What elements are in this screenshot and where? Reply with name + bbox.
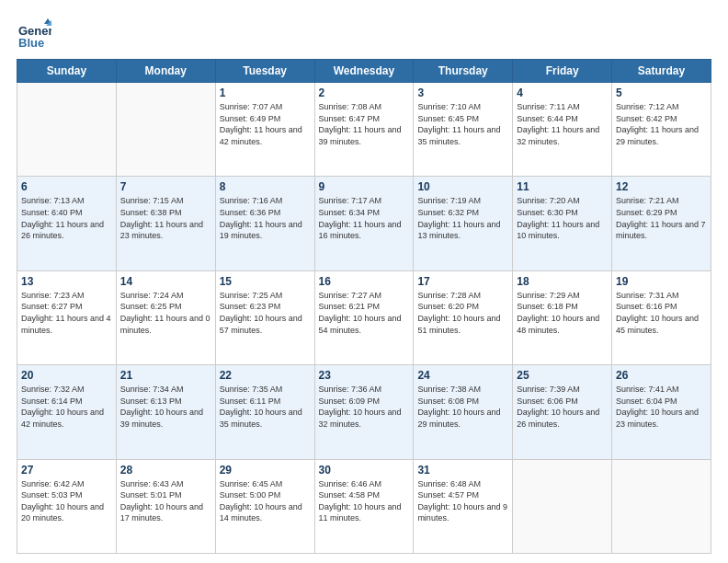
day-detail: Sunrise: 6:46 AM Sunset: 4:58 PM Dayligh… — [319, 478, 410, 524]
day-detail: Sunrise: 7:16 AM Sunset: 6:36 PM Dayligh… — [220, 195, 311, 241]
day-cell: 28Sunrise: 6:43 AM Sunset: 5:01 PM Dayli… — [116, 459, 215, 553]
calendar-page: General Blue SundayMondayTuesdayWednesda… — [0, 0, 728, 563]
day-detail: Sunrise: 7:32 AM Sunset: 6:14 PM Dayligh… — [21, 384, 112, 430]
day-detail: Sunrise: 7:15 AM Sunset: 6:38 PM Dayligh… — [120, 195, 211, 241]
day-detail: Sunrise: 6:45 AM Sunset: 5:00 PM Dayligh… — [220, 478, 311, 524]
day-number: 6 — [21, 180, 112, 193]
day-number: 24 — [417, 369, 508, 382]
day-cell: 15Sunrise: 7:25 AM Sunset: 6:23 PM Dayli… — [215, 270, 314, 364]
week-row-4: 20Sunrise: 7:32 AM Sunset: 6:14 PM Dayli… — [17, 365, 711, 459]
day-detail: Sunrise: 7:12 AM Sunset: 6:42 PM Dayligh… — [616, 101, 707, 147]
week-row-2: 6Sunrise: 7:13 AM Sunset: 6:40 PM Daylig… — [17, 177, 711, 270]
day-cell — [612, 459, 711, 553]
day-cell: 11Sunrise: 7:20 AM Sunset: 6:30 PM Dayli… — [513, 177, 612, 270]
day-cell: 16Sunrise: 7:27 AM Sunset: 6:21 PM Dayli… — [314, 270, 414, 364]
day-detail: Sunrise: 7:34 AM Sunset: 6:13 PM Dayligh… — [120, 384, 211, 430]
day-detail: Sunrise: 7:36 AM Sunset: 6:09 PM Dayligh… — [319, 384, 410, 430]
day-detail: Sunrise: 6:42 AM Sunset: 5:03 PM Dayligh… — [21, 478, 112, 524]
day-number: 23 — [319, 369, 410, 382]
day-cell: 5Sunrise: 7:12 AM Sunset: 6:42 PM Daylig… — [612, 83, 711, 177]
day-cell: 13Sunrise: 7:23 AM Sunset: 6:27 PM Dayli… — [17, 270, 117, 364]
day-detail: Sunrise: 7:20 AM Sunset: 6:30 PM Dayligh… — [517, 195, 608, 241]
day-cell: 2Sunrise: 7:08 AM Sunset: 6:47 PM Daylig… — [314, 83, 414, 177]
weekday-header-monday: Monday — [116, 60, 215, 83]
day-number: 10 — [417, 180, 508, 193]
day-cell: 29Sunrise: 6:45 AM Sunset: 5:00 PM Dayli… — [215, 459, 314, 553]
weekday-header-sunday: Sunday — [17, 60, 117, 83]
day-number: 1 — [220, 86, 311, 99]
day-number: 15 — [220, 275, 311, 288]
day-cell: 25Sunrise: 7:39 AM Sunset: 6:06 PM Dayli… — [513, 365, 612, 459]
day-detail: Sunrise: 7:31 AM Sunset: 6:16 PM Dayligh… — [616, 290, 707, 336]
day-cell: 27Sunrise: 6:42 AM Sunset: 5:03 PM Dayli… — [17, 459, 117, 553]
day-number: 3 — [417, 86, 508, 99]
day-detail: Sunrise: 7:38 AM Sunset: 6:08 PM Dayligh… — [417, 384, 508, 430]
day-detail: Sunrise: 7:23 AM Sunset: 6:27 PM Dayligh… — [21, 290, 112, 336]
day-detail: Sunrise: 7:10 AM Sunset: 6:45 PM Dayligh… — [417, 101, 508, 147]
day-detail: Sunrise: 6:43 AM Sunset: 5:01 PM Dayligh… — [120, 478, 211, 524]
day-number: 11 — [517, 180, 608, 193]
day-number: 27 — [21, 464, 112, 477]
day-cell: 14Sunrise: 7:24 AM Sunset: 6:25 PM Dayli… — [116, 270, 215, 364]
day-cell: 24Sunrise: 7:38 AM Sunset: 6:08 PM Dayli… — [414, 365, 513, 459]
calendar-table: SundayMondayTuesdayWednesdayThursdayFrid… — [17, 59, 711, 554]
day-number: 26 — [616, 369, 707, 382]
week-row-1: 1Sunrise: 7:07 AM Sunset: 6:49 PM Daylig… — [17, 83, 711, 177]
day-detail: Sunrise: 7:11 AM Sunset: 6:44 PM Dayligh… — [517, 101, 608, 147]
weekday-header-friday: Friday — [513, 60, 612, 83]
day-number: 7 — [120, 180, 211, 193]
day-detail: Sunrise: 7:27 AM Sunset: 6:21 PM Dayligh… — [319, 290, 410, 336]
day-detail: Sunrise: 7:39 AM Sunset: 6:06 PM Dayligh… — [517, 384, 608, 430]
day-number: 17 — [417, 275, 508, 288]
day-cell: 12Sunrise: 7:21 AM Sunset: 6:29 PM Dayli… — [612, 177, 711, 270]
day-detail: Sunrise: 7:17 AM Sunset: 6:34 PM Dayligh… — [319, 195, 410, 241]
day-cell: 9Sunrise: 7:17 AM Sunset: 6:34 PM Daylig… — [314, 177, 414, 270]
day-detail: Sunrise: 7:35 AM Sunset: 6:11 PM Dayligh… — [220, 384, 311, 430]
header: General Blue — [17, 17, 711, 52]
day-detail: Sunrise: 6:48 AM Sunset: 4:57 PM Dayligh… — [417, 478, 508, 524]
day-number: 22 — [220, 369, 311, 382]
day-detail: Sunrise: 7:08 AM Sunset: 6:47 PM Dayligh… — [319, 101, 410, 147]
day-cell: 7Sunrise: 7:15 AM Sunset: 6:38 PM Daylig… — [116, 177, 215, 270]
day-number: 5 — [616, 86, 707, 99]
day-detail: Sunrise: 7:25 AM Sunset: 6:23 PM Dayligh… — [220, 290, 311, 336]
day-number: 14 — [120, 275, 211, 288]
day-cell: 17Sunrise: 7:28 AM Sunset: 6:20 PM Dayli… — [414, 270, 513, 364]
day-number: 16 — [319, 275, 410, 288]
day-cell: 1Sunrise: 7:07 AM Sunset: 6:49 PM Daylig… — [215, 83, 314, 177]
day-number: 30 — [319, 464, 410, 477]
day-cell: 3Sunrise: 7:10 AM Sunset: 6:45 PM Daylig… — [414, 83, 513, 177]
day-detail: Sunrise: 7:28 AM Sunset: 6:20 PM Dayligh… — [417, 290, 508, 336]
weekday-header-thursday: Thursday — [414, 60, 513, 83]
day-cell — [17, 83, 117, 177]
day-cell: 18Sunrise: 7:29 AM Sunset: 6:18 PM Dayli… — [513, 270, 612, 364]
day-cell: 4Sunrise: 7:11 AM Sunset: 6:44 PM Daylig… — [513, 83, 612, 177]
day-cell: 8Sunrise: 7:16 AM Sunset: 6:36 PM Daylig… — [215, 177, 314, 270]
day-detail: Sunrise: 7:13 AM Sunset: 6:40 PM Dayligh… — [21, 195, 112, 241]
day-detail: Sunrise: 7:29 AM Sunset: 6:18 PM Dayligh… — [517, 290, 608, 336]
day-number: 28 — [120, 464, 211, 477]
day-detail: Sunrise: 7:07 AM Sunset: 6:49 PM Dayligh… — [220, 101, 311, 147]
day-detail: Sunrise: 7:19 AM Sunset: 6:32 PM Dayligh… — [417, 195, 508, 241]
day-cell — [513, 459, 612, 553]
day-detail: Sunrise: 7:41 AM Sunset: 6:04 PM Dayligh… — [616, 384, 707, 430]
svg-text:Blue: Blue — [18, 36, 44, 50]
day-number: 2 — [319, 86, 410, 99]
day-number: 25 — [517, 369, 608, 382]
day-cell: 10Sunrise: 7:19 AM Sunset: 6:32 PM Dayli… — [414, 177, 513, 270]
day-cell: 23Sunrise: 7:36 AM Sunset: 6:09 PM Dayli… — [314, 365, 414, 459]
day-cell: 21Sunrise: 7:34 AM Sunset: 6:13 PM Dayli… — [116, 365, 215, 459]
weekday-header-saturday: Saturday — [612, 60, 711, 83]
day-number: 13 — [21, 275, 112, 288]
day-detail: Sunrise: 7:21 AM Sunset: 6:29 PM Dayligh… — [616, 195, 707, 241]
day-number: 4 — [517, 86, 608, 99]
logo-icon: General Blue — [17, 17, 51, 52]
logo: General Blue — [17, 17, 55, 52]
week-row-3: 13Sunrise: 7:23 AM Sunset: 6:27 PM Dayli… — [17, 270, 711, 364]
day-cell: 6Sunrise: 7:13 AM Sunset: 6:40 PM Daylig… — [17, 177, 117, 270]
day-detail: Sunrise: 7:24 AM Sunset: 6:25 PM Dayligh… — [120, 290, 211, 336]
day-cell: 22Sunrise: 7:35 AM Sunset: 6:11 PM Dayli… — [215, 365, 314, 459]
day-number: 19 — [616, 275, 707, 288]
day-cell: 19Sunrise: 7:31 AM Sunset: 6:16 PM Dayli… — [612, 270, 711, 364]
day-number: 29 — [220, 464, 311, 477]
